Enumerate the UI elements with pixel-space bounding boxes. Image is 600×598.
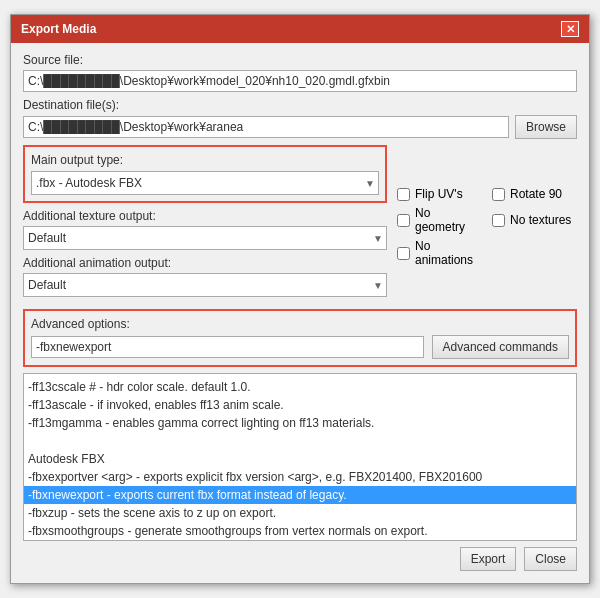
- animation-output-select-wrapper: Default ▼: [23, 273, 387, 297]
- rotate-90-checkbox[interactable]: [492, 188, 505, 201]
- help-text-area[interactable]: -ff13cscale # - hdr color scale. default…: [23, 373, 577, 541]
- no-geometry-row: No geometry: [397, 206, 482, 234]
- export-button[interactable]: Export: [460, 547, 517, 571]
- export-media-dialog: Export Media ✕ Source file: Destination …: [10, 14, 590, 584]
- title-bar: Export Media ✕: [11, 15, 589, 43]
- no-textures-row: No textures: [492, 206, 577, 234]
- no-geometry-checkbox[interactable]: [397, 214, 410, 227]
- help-text-line: -ff13ascale - if invoked, enables ff13 a…: [28, 396, 572, 414]
- rotate-90-label: Rotate 90: [510, 187, 562, 201]
- help-text-line: Autodesk FBX: [28, 450, 572, 468]
- no-animations-checkbox[interactable]: [397, 247, 410, 260]
- source-label: Source file:: [23, 53, 577, 67]
- advanced-options-input[interactable]: [31, 336, 424, 358]
- dialog-content: Source file: Destination file(s): Browse…: [11, 43, 589, 583]
- no-textures-checkbox[interactable]: [492, 214, 505, 227]
- animation-output-label: Additional animation output:: [23, 256, 387, 270]
- help-text-line: -fbxzup - sets the scene axis to z up on…: [28, 504, 572, 522]
- rotate-90-row: Rotate 90: [492, 187, 577, 201]
- close-title-button[interactable]: ✕: [561, 21, 579, 37]
- help-text-line: -fbxexportver <arg> - exports explicit f…: [28, 468, 572, 486]
- main-output-label: Main output type:: [31, 153, 379, 167]
- help-text-line: -ff13mgamma - enables gamma correct ligh…: [28, 414, 572, 432]
- help-text-line: -fbxsmoothgroups - generate smoothgroups…: [28, 522, 572, 540]
- destination-label: Destination file(s):: [23, 98, 577, 112]
- animation-output-row: Additional animation output: Default ▼: [23, 256, 387, 297]
- destination-browse-row: Browse: [23, 115, 577, 139]
- advanced-options-section: Advanced options: Advanced commands: [23, 309, 577, 367]
- main-layout: Main output type: .fbx - Autodesk FBX ▼ …: [23, 145, 577, 303]
- left-column: Main output type: .fbx - Autodesk FBX ▼ …: [23, 145, 387, 303]
- main-output-select[interactable]: .fbx - Autodesk FBX: [31, 171, 379, 195]
- destination-file-row: Destination file(s): Browse: [23, 98, 577, 139]
- flip-uvs-label: Flip UV's: [415, 187, 463, 201]
- texture-output-row: Additional texture output: Default ▼: [23, 209, 387, 250]
- flip-uvs-row: Flip UV's: [397, 187, 482, 201]
- source-file-row: Source file:: [23, 53, 577, 92]
- no-geometry-label: No geometry: [415, 206, 482, 234]
- dialog-title: Export Media: [21, 22, 96, 36]
- main-output-select-wrapper: .fbx - Autodesk FBX ▼: [31, 171, 379, 195]
- flip-uvs-checkbox[interactable]: [397, 188, 410, 201]
- destination-input[interactable]: [23, 116, 509, 138]
- checkboxes-grid: Flip UV's Rotate 90 No geometry No textu…: [397, 187, 577, 270]
- advanced-options-label: Advanced options:: [31, 317, 569, 331]
- advanced-options-row: Advanced commands: [31, 335, 569, 359]
- browse-button[interactable]: Browse: [515, 115, 577, 139]
- no-textures-label: No textures: [510, 213, 571, 227]
- no-animations-label: No animations: [415, 239, 482, 267]
- main-output-section: Main output type: .fbx - Autodesk FBX ▼: [23, 145, 387, 203]
- advanced-commands-button[interactable]: Advanced commands: [432, 335, 569, 359]
- close-button[interactable]: Close: [524, 547, 577, 571]
- right-column: Flip UV's Rotate 90 No geometry No textu…: [397, 145, 577, 303]
- no-animations-row: No animations: [397, 239, 482, 267]
- texture-output-label: Additional texture output:: [23, 209, 387, 223]
- source-input[interactable]: [23, 70, 577, 92]
- help-text-line: -ff13cscale # - hdr color scale. default…: [28, 378, 572, 396]
- bottom-buttons-row: Export Close: [23, 541, 577, 573]
- animation-output-select[interactable]: Default: [23, 273, 387, 297]
- texture-output-select-wrapper: Default ▼: [23, 226, 387, 250]
- texture-output-select[interactable]: Default: [23, 226, 387, 250]
